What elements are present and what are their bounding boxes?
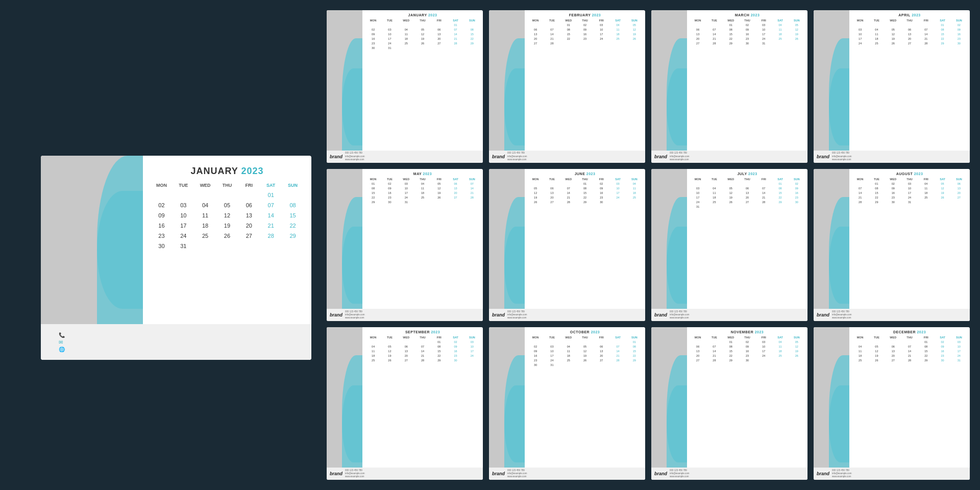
mini-cal-day-header: WED	[398, 336, 414, 339]
mini-cal-day-header: TUE	[706, 178, 722, 181]
mini-day-cell: 25	[414, 195, 431, 200]
mini-day-cell	[739, 182, 755, 186]
mini-cal-day-header: SUN	[951, 336, 967, 339]
mini-cal-month-title: JUNE 2023	[527, 172, 643, 176]
mini-day-cell: 19	[381, 354, 398, 358]
mini-day-cell: 30	[739, 358, 755, 362]
mini-cal-day-header: SAT	[772, 19, 788, 22]
mini-day-cell: 10	[690, 191, 706, 195]
mini-day-cell: 29	[626, 358, 643, 362]
mini-day-cell: 05	[723, 186, 739, 190]
mini-day-cell: 13	[398, 349, 414, 353]
mini-day-cell: 19	[934, 191, 950, 195]
mini-day-cell: 18	[706, 195, 722, 200]
mini-day-cell: 04	[398, 28, 414, 32]
large-day-cell: 12	[216, 211, 238, 220]
mini-day-cell: 28	[447, 41, 463, 45]
mini-cal-day-header: TUE	[544, 19, 560, 22]
mini-day-cell: 24	[755, 37, 772, 41]
mini-day-cell: 23	[381, 195, 398, 200]
mini-day-cell: 26	[527, 200, 544, 204]
mini-day-cell: 19	[626, 32, 643, 36]
mini-day-cell: 23	[527, 358, 544, 362]
mini-day-cell: 16	[951, 32, 967, 36]
mini-day-cell: 28	[901, 358, 918, 362]
mini-cal-day-header: WED	[398, 19, 414, 22]
mini-contact: 000 123 456 789info@example.comwww.examp…	[345, 152, 365, 161]
mini-cal-day-header: THU	[739, 19, 755, 22]
mini-day-cell: 29	[723, 358, 739, 362]
mini-day-cell: 16	[577, 32, 593, 36]
mini-day-cell: 21	[852, 195, 868, 200]
email-line: ✉	[59, 339, 67, 345]
mini-day-cell: 19	[723, 195, 739, 200]
large-cal-grid: MON TUE WED THU FRI SAT SUN 01 020304050…	[151, 183, 304, 251]
mini-day-cell: 06	[690, 345, 706, 349]
mini-cal-day-header: SUN	[951, 19, 967, 22]
mini-day-cell	[527, 340, 544, 344]
mini-cal-day-header: SUN	[464, 178, 480, 181]
mini-day-cell: 29	[431, 358, 447, 362]
large-day-cell: 05	[216, 201, 238, 210]
mini-cal-day-header: WED	[560, 19, 577, 22]
large-cal-month: JANUARY 2023	[151, 166, 304, 177]
mini-day-cell: 13	[739, 191, 755, 195]
mini-cal-month-title: OCTOBER 2023	[527, 330, 643, 334]
mini-day-cell: 15	[772, 191, 788, 195]
mini-cal-day-header: SUN	[789, 178, 805, 181]
mini-day-cell: 20	[901, 37, 918, 41]
large-cal-header: MON TUE WED THU FRI SAT SUN	[151, 183, 304, 188]
mini-cal-day-header: TUE	[381, 19, 398, 22]
mini-day-cell: 29	[365, 200, 381, 204]
mini-day-cell	[381, 340, 398, 344]
mini-cal-day-header: WED	[723, 336, 739, 339]
mini-cal-day-header: TUE	[868, 19, 885, 22]
mini-day-cell: 27	[885, 358, 901, 362]
mini-cal-month-title: NOVEMBER 2023	[690, 330, 805, 334]
mini-day-cell: 19	[789, 349, 805, 353]
mini-cal-month-title: JANUARY 2023	[365, 13, 480, 17]
mini-day-cell: 12	[868, 349, 885, 353]
mini-day-cell: 04	[772, 340, 788, 344]
mini-cal-footer: brand000 123 456 789info@example.comwww.…	[814, 151, 970, 163]
mini-brand-name: brand	[330, 154, 342, 159]
large-day-cell: 11	[194, 211, 216, 220]
mini-cal-footer: brand000 123 456 789info@example.comwww.…	[489, 468, 645, 480]
mini-day-cell: 18	[609, 32, 626, 36]
mini-day-cell: 24	[755, 354, 772, 358]
mini-cal-day-header: THU	[901, 19, 918, 22]
mini-day-cell: 14	[706, 349, 722, 353]
large-day-cell: 31	[173, 241, 194, 251]
mini-day-cell: 14	[901, 349, 918, 353]
large-day-cell: 19	[216, 221, 238, 230]
mini-day-cell: 13	[447, 186, 463, 190]
mini-day-cell: 06	[447, 182, 463, 186]
mini-day-cell: 10	[464, 345, 480, 349]
mini-day-cell: 24	[690, 200, 706, 204]
mini-day-cell: 10	[755, 345, 772, 349]
mini-day-cell: 11	[560, 349, 577, 353]
mini-day-cell: 03	[464, 340, 480, 344]
mini-day-cell: 19	[414, 37, 431, 41]
mini-day-cell: 07	[755, 186, 772, 190]
large-day-cell: 17	[173, 221, 194, 230]
mini-cal-footer: brand000 123 456 789info@example.comwww.…	[489, 309, 645, 321]
mini-day-cell: 05	[381, 345, 398, 349]
mini-day-cell: 12	[527, 191, 544, 195]
mini-day-cell: 20	[951, 191, 967, 195]
mini-cal-month-title: DECEMBER 2023	[852, 330, 967, 334]
mini-day-cell: 25	[772, 354, 788, 358]
large-day-cell: 26	[216, 231, 238, 240]
mini-day-cell: 20	[398, 354, 414, 358]
mini-day-cell: 25	[852, 358, 868, 362]
mini-day-cell: 04	[706, 186, 722, 190]
mini-day-cell: 05	[934, 182, 950, 186]
mini-brand-name: brand	[654, 471, 667, 476]
mini-day-cell: 21	[544, 37, 560, 41]
mini-day-cell: 02	[365, 28, 381, 32]
mini-day-cell	[706, 340, 722, 344]
mini-cal-month-title: MARCH 2023	[690, 13, 805, 17]
mini-day-cell: 13	[951, 186, 967, 190]
mini-day-cell: 26	[381, 358, 398, 362]
mini-day-cell: 05	[885, 28, 901, 32]
